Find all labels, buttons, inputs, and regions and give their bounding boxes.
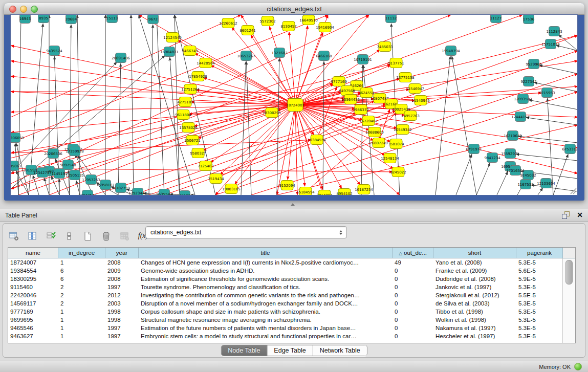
table-cell[interactable]: 2008 (105, 258, 139, 267)
graph-edge[interactable] (18, 15, 522, 195)
table-row[interactable]: 2242004622012Investigating the contribut… (8, 291, 575, 299)
graph-edge[interactable] (289, 32, 295, 105)
table-cell[interactable]: 1998 (105, 308, 139, 316)
table-row[interactable]: 946554611997Estimation of the future num… (8, 324, 575, 332)
table-cell[interactable]: 0 (393, 275, 433, 283)
table-cell[interactable]: Stergiakouli et al. (2012) (433, 291, 516, 299)
table-cell[interactable]: Genome-wide association studies in ADHD. (139, 267, 393, 275)
delete-table-button[interactable] (118, 229, 132, 243)
table-cell[interactable]: 0 (393, 332, 433, 340)
table-cell[interactable]: 5.3E-5 (516, 299, 563, 308)
graph-edge[interactable] (295, 105, 323, 195)
table-cell[interactable]: 49 (393, 258, 433, 267)
graph-edge[interactable] (51, 176, 59, 195)
new-column-button[interactable] (81, 229, 95, 243)
table-cell[interactable]: Tibbo et al. (1998) (433, 308, 516, 316)
column-header-out-de-[interactable]: △out_de... (393, 248, 433, 258)
table-cell[interactable]: 1997 (105, 283, 139, 291)
table-cell[interactable]: Wolkin et al. (1998) (433, 316, 516, 324)
table-cell[interactable]: 22420046 (8, 291, 58, 299)
table-row[interactable]: 911546021997Tourette syndrome. Phenomeno… (8, 283, 575, 291)
network-canvas[interactable]: 1872400712124549946674314420564178549281… (10, 14, 578, 195)
graph-edge[interactable] (194, 105, 295, 126)
graph-edge[interactable] (435, 56, 450, 195)
table-cell[interactable]: 1 (58, 332, 105, 340)
splitter-handle[interactable] (291, 203, 295, 206)
network-window-titlebar[interactable]: citations_edges.txt (4, 3, 584, 15)
table-cell[interactable]: 1998 (105, 316, 139, 324)
table-cell[interactable]: Investigating the contribution of common… (139, 291, 393, 299)
table-row[interactable]: 977716911998Corpus callosum shape and si… (8, 308, 575, 316)
table-cell[interactable]: Tourette syndrome. Phenomenology and cla… (139, 283, 393, 291)
graph-edge[interactable] (93, 105, 386, 195)
table-row[interactable]: 946362711997Embryonic stem cells: a mode… (8, 332, 575, 340)
graph-edge[interactable] (44, 178, 49, 195)
table-cell[interactable]: 5.3E-5 (516, 258, 563, 267)
table-cell[interactable]: Estimation of the future numbers of pati… (139, 324, 393, 332)
tab-node-table[interactable]: Node Table (221, 345, 267, 356)
table-cell[interactable]: 1997 (105, 332, 139, 340)
show-columns-button[interactable] (26, 229, 39, 243)
column-header-pagerank[interactable]: pagerank (516, 248, 563, 258)
table-cell[interactable]: 9699695 (8, 316, 58, 324)
column-header-title[interactable]: title (139, 248, 393, 258)
row-check-button[interactable] (44, 229, 58, 243)
graph-edge[interactable] (497, 171, 508, 195)
graph-edge[interactable] (131, 15, 134, 195)
graph-edge[interactable] (295, 86, 577, 105)
graph-edge[interactable] (232, 28, 295, 105)
table-cell[interactable]: 0 (393, 267, 433, 275)
table-cell[interactable]: 5.3E-5 (516, 316, 563, 324)
table-scrollbar[interactable] (562, 258, 575, 343)
table-cell[interactable]: 5.9E-5 (516, 275, 563, 283)
table-cell[interactable]: 0 (393, 324, 433, 332)
table-row[interactable]: 1872400712008Changes of HCN gene express… (8, 258, 575, 267)
table-cell[interactable]: 2 (58, 299, 105, 308)
table-cell[interactable]: Hescheler et al. (1997) (433, 332, 516, 340)
table-cell[interactable]: 1997 (105, 324, 139, 332)
close-panel-icon[interactable]: ✕ (577, 210, 583, 220)
table-cell[interactable]: Franke et al. (2009) (433, 267, 516, 275)
table-cell[interactable]: 1 (58, 258, 105, 267)
table-cell[interactable]: Nakamura et al. (1997) (433, 324, 516, 332)
table-selector[interactable]: citations_edges.txt (145, 226, 347, 238)
table-cell[interactable]: Disruption of a novel member of a sodium… (139, 299, 393, 308)
graph-edge[interactable] (526, 118, 577, 125)
graph-edge[interactable] (531, 185, 577, 191)
graph-edge[interactable] (476, 163, 490, 195)
table-cell[interactable]: de Silva et al. (2003) (433, 299, 516, 308)
table-cell[interactable]: 14569117 (8, 299, 58, 308)
table-cell[interactable]: 9463627 (8, 332, 58, 340)
table-cell[interactable]: Embryonic stem cells: a model to study s… (139, 332, 393, 340)
graph-edge[interactable] (539, 65, 577, 74)
table-cell[interactable]: 2 (58, 283, 105, 291)
minimize-window-icon[interactable] (20, 6, 27, 13)
table-cell[interactable]: 9465546 (8, 324, 58, 332)
table-cell[interactable]: 0 (393, 316, 433, 324)
graph-edge[interactable] (323, 61, 324, 195)
graph-edge[interactable] (295, 26, 308, 105)
graph-edge[interactable] (518, 136, 577, 143)
table-cell[interactable]: Corpus callosum shape and size in male p… (139, 308, 393, 316)
table-cell[interactable]: 18724007 (8, 258, 58, 267)
table-cell[interactable]: Structural magnetic resonance image aver… (139, 316, 393, 324)
table-cell[interactable]: Dudbridge et al. (2008) (433, 275, 516, 283)
graph-edge[interactable] (11, 62, 117, 173)
table-cell[interactable]: 5.6E-5 (516, 267, 563, 275)
table-cell[interactable]: 0 (393, 308, 433, 316)
table-cell[interactable]: 0 (393, 291, 433, 299)
tab-edge-table[interactable]: Edge Table (267, 345, 313, 356)
column-header-year[interactable]: year (105, 248, 139, 258)
graph-edge[interactable] (157, 15, 164, 195)
table-cell[interactable]: 0 (393, 299, 433, 308)
column-header-in-degree[interactable]: in_degree (58, 248, 105, 258)
column-header-name[interactable]: name (8, 248, 58, 258)
table-cell[interactable]: 2003 (105, 299, 139, 308)
table-cell[interactable]: 6 (58, 267, 105, 275)
table-cell[interactable]: Estimation of significance thresholds fo… (139, 275, 393, 283)
table-cell[interactable]: 0 (393, 283, 433, 291)
table-cell[interactable]: 19384554 (8, 267, 58, 275)
table-cell[interactable]: 18300295 (8, 275, 58, 283)
graph-edge[interactable] (231, 113, 356, 189)
table-row[interactable]: 969969511998Structural magnetic resonanc… (8, 316, 575, 324)
